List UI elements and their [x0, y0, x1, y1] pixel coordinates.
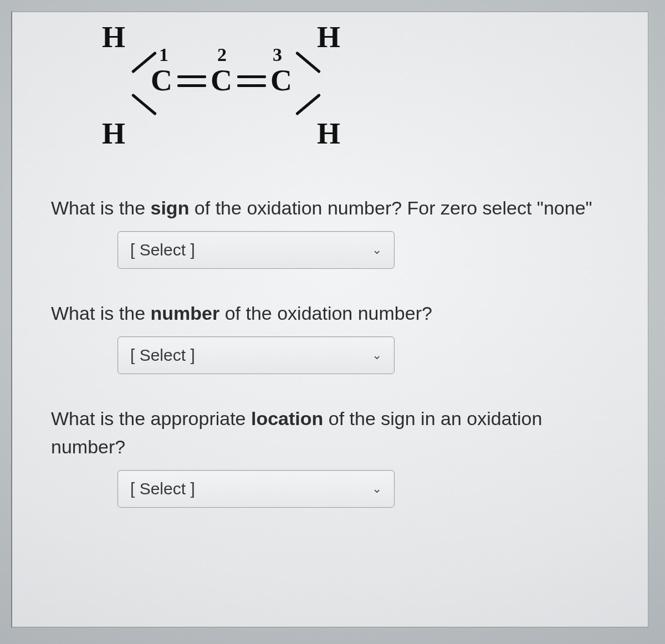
- question-block-sign: What is the sign of the oxidation number…: [51, 194, 615, 269]
- q3-bold: location: [251, 408, 323, 429]
- q3-pre: What is the appropriate: [51, 408, 251, 429]
- hydrogen-bottom-left: H: [102, 116, 125, 151]
- select-location[interactable]: [ Select ] ⌄: [117, 470, 395, 508]
- q2-bold: number: [151, 303, 220, 324]
- q1-bold: sign: [151, 197, 190, 218]
- q2-pre: What is the: [51, 303, 151, 324]
- question-block-location: What is the appropriate location of the …: [51, 405, 615, 508]
- q1-post: of the oxidation number? For zero select…: [189, 197, 592, 218]
- question-block-number: What is the number of the oxidation numb…: [51, 299, 615, 374]
- question-number-text: What is the number of the oxidation numb…: [51, 299, 615, 328]
- molecule-diagram: 1 2 3 C C C H H H H: [73, 28, 361, 166]
- q2-post: of the oxidation number?: [219, 303, 432, 324]
- chevron-down-icon: ⌄: [372, 348, 382, 362]
- hydrogen-top-left: H: [102, 20, 125, 54]
- question-location-text: What is the appropriate location of the …: [51, 405, 615, 461]
- bond-c3-h-top: [295, 52, 321, 74]
- q1-pre: What is the: [51, 197, 151, 218]
- carbon-2: C: [211, 63, 232, 98]
- select-sign-placeholder: [ Select ]: [130, 241, 195, 259]
- double-bond-1-bottom: [177, 84, 206, 87]
- double-bond-2-top: [237, 75, 266, 78]
- carbon-1: C: [151, 63, 172, 98]
- hydrogen-top-right: H: [317, 20, 340, 54]
- select-sign[interactable]: [ Select ] ⌄: [117, 231, 395, 269]
- select-number-placeholder: [ Select ]: [130, 346, 195, 365]
- chevron-down-icon: ⌄: [372, 482, 382, 496]
- carbon-number-1: 1: [159, 44, 168, 65]
- chevron-down-icon: ⌄: [372, 243, 382, 257]
- content-card: 1 2 3 C C C H H H H What is the sign of …: [11, 11, 648, 627]
- carbon-3: C: [270, 63, 292, 98]
- screen-frame: 1 2 3 C C C H H H H What is the sign of …: [0, 0, 665, 644]
- question-sign-text: What is the sign of the oxidation number…: [51, 194, 615, 222]
- carbon-number-2: 2: [217, 44, 227, 65]
- double-bond-1-top: [177, 75, 206, 78]
- bond-c3-h-bottom: [295, 94, 321, 116]
- double-bond-2-bottom: [237, 84, 266, 87]
- carbon-number-3: 3: [273, 44, 282, 65]
- hydrogen-bottom-right: H: [317, 116, 340, 151]
- select-location-placeholder: [ Select ]: [130, 479, 195, 498]
- select-number[interactable]: [ Select ] ⌄: [117, 336, 395, 374]
